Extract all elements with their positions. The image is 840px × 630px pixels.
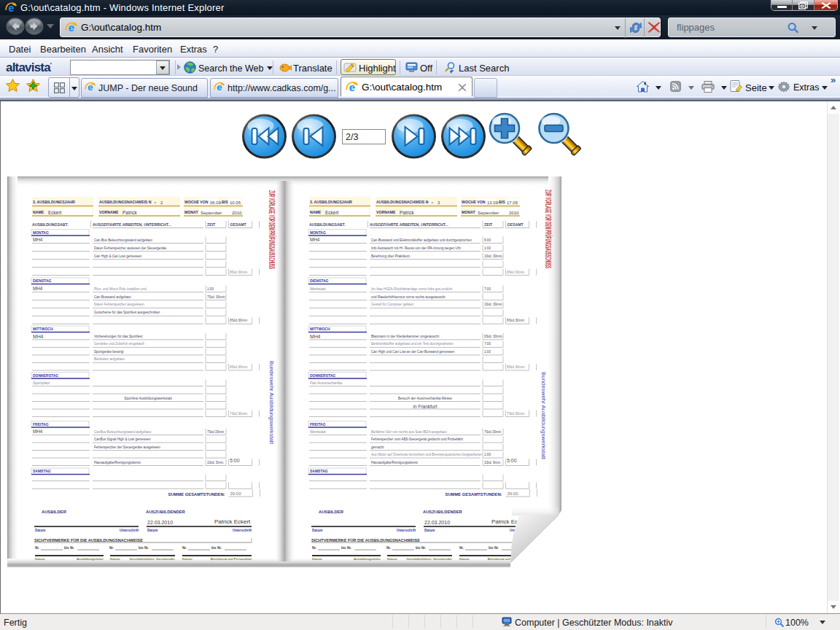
svg-text:Geschäftsführer. Vorsitzender: Geschäftsführer. Vorsitzender: [407, 557, 453, 561]
svg-text:1Std. 5min.: 1Std. 5min.: [207, 461, 224, 464]
svg-text:Daten Fehlerspeicher auslesen: Daten Fehlerspeicher auslesen der Steuer…: [94, 246, 167, 250]
svg-text:Patrick Eckert: Patrick Eckert: [214, 518, 251, 525]
svg-text:AUSGEFÜHRTE ARBEITEN, UNTERRIC: AUSGEFÜHRTE ARBEITEN, UNTERRICHT...: [370, 222, 448, 227]
svg-text:8Std.30min: 8Std.30min: [230, 319, 248, 322]
svg-text:MONAT: MONAT: [184, 210, 198, 214]
svg-text:Datum: Datum: [35, 529, 45, 532]
svg-text:Unterschrift: Unterschrift: [233, 529, 252, 532]
svg-text:Sportplatz: Sportplatz: [33, 381, 50, 385]
svg-text:Gutscheine für das Sportfest a: Gutscheine für das Sportfest ausgeschnit…: [94, 311, 160, 314]
svg-text:10.05: 10.05: [230, 201, 241, 205]
svg-text:Aus Motor auf Ölverluste kontr: Aus Motor auf Ölverluste kontrolliert un…: [371, 452, 482, 456]
svg-text:ZEIT: ZEIT: [207, 222, 216, 227]
svg-text:AUSZUBILDENDER: AUSZUBILDENDER: [423, 510, 463, 514]
svg-text:1:00: 1:00: [484, 453, 491, 456]
svg-text:DONNERSTAG: DONNERSTAG: [310, 373, 335, 378]
svg-text:An-/bau HSZA-Rückfahranlage vo: An-/bau HSZA-Rückfahranlage vorne links …: [371, 287, 453, 291]
svg-text:MH4: MH4: [33, 429, 43, 434]
svg-text:Werkstatt: Werkstatt: [310, 429, 326, 434]
svg-text:3. AUSBILDUNGSJAHR: 3. AUSBILDUNGSJAHR: [310, 200, 352, 204]
svg-text:1Std. 30min: 1Std. 30min: [484, 303, 502, 306]
svg-text:7Std 15min: 7Std 15min: [484, 430, 502, 434]
svg-text:r.: r.: [432, 201, 433, 204]
svg-text:AUSBILDUNGSABT.: AUSBILDUNGSABT.: [32, 222, 69, 227]
svg-text:Getränke und Zubehör eingekauf: Getränke und Zubehör eingekauft: [94, 342, 144, 346]
svg-text:Bierkisten aufgebaut: Bierkisten aufgebaut: [94, 357, 125, 361]
svg-text:Unterschrift: Unterschrift: [120, 529, 139, 532]
svg-text:FREITAG: FREITAG: [310, 422, 326, 427]
svg-text:AUSBILDER: AUSBILDER: [319, 510, 344, 514]
svg-text:AUSBILDUNGSABT.: AUSBILDUNGSABT.: [309, 222, 346, 227]
svg-text:22.03.2010: 22.03.2010: [424, 520, 450, 525]
svg-text:Can High und Can Low an der Ca: Can High und Can Low an der Can-Buswand …: [371, 350, 455, 354]
svg-text:Beifahrer-Sitz von rechts aus: Beifahrer-Sitz von rechts aus Seat IBZA …: [371, 430, 447, 434]
svg-text:2: 2: [160, 201, 163, 205]
svg-text:7Std 30min.: 7Std 30min.: [230, 412, 249, 416]
svg-text:Ausbildungsleiter: Ausbildungsleiter: [77, 557, 104, 561]
svg-text:bis Nr.: bis Nr.: [139, 546, 149, 550]
svg-text:22.03.2010: 22.03.2010: [147, 520, 173, 525]
svg-text:AUSGEFÜHRTE ARBEITEN, UNTERRIC: AUSGEFÜHRTE ARBEITEN, UNTERRICHT...: [93, 222, 171, 227]
svg-text:NAME: NAME: [33, 210, 44, 214]
svg-text:7:00: 7:00: [484, 342, 491, 346]
svg-text:MH4: MH4: [33, 334, 44, 339]
svg-text:Nr.: Nr.: [35, 546, 39, 550]
svg-text:Datum: Datum: [147, 529, 158, 532]
svg-text:Datum: Datum: [312, 557, 322, 561]
svg-text:CanBus Beleuchtungswand aufgeb: CanBus Beleuchtungswand aufgebaut: [94, 430, 152, 434]
svg-text:NAME: NAME: [310, 210, 322, 214]
svg-text:ZUR VORLAGE VOR DEM PRÜFUNGSAU: ZUR VORLAGE VOR DEM PRÜFUNGSAUSSCHUSS: [544, 190, 553, 268]
svg-text:Belehrung über Praktikum: Belehrung über Praktikum: [371, 254, 410, 258]
svg-text:Datum: Datum: [182, 557, 192, 561]
svg-text:Patrick: Patrick: [122, 210, 138, 215]
svg-text:1Std. 5min.: 1Std. 5min.: [484, 461, 501, 464]
svg-text:ZUR VORLAGE VOR DEM PRÜFUNGSAU: ZUR VORLAGE VOR DEM PRÜFUNGSAUSSCHUSS: [268, 190, 276, 269]
svg-text:GESAMT: GESAMT: [508, 222, 524, 227]
svg-text:und Raederhöhlsensor vorne rec: und Raederhöhlsensor vorne rechts ausget…: [371, 295, 446, 299]
svg-text:Geschäftsführer. Vorsitzender: Geschäftsführer. Vorsitzender: [130, 557, 176, 561]
svg-text:13.09: 13.09: [487, 201, 499, 205]
svg-text:5:00: 5:00: [507, 458, 517, 463]
svg-text:Sportgeräte besorgt: Sportgeräte besorgt: [94, 350, 124, 354]
svg-text:Sportfest Ausbildungswerkstatt: Sportfest Ausbildungswerkstatt: [124, 397, 172, 400]
svg-text:SUMME GESAMTSTUNDEN:: SUMME GESAMTSTUNDEN:: [446, 492, 502, 497]
svg-text:Betriebsrat auf Personalrat: Betriebsrat auf Personalrat: [488, 557, 529, 561]
svg-text:Datum: Datum: [387, 557, 397, 561]
svg-text:AUSBILDUNGSNACHWEIS N: AUSBILDUNGSNACHWEIS N: [376, 200, 429, 204]
svg-text:MONTAG: MONTAG: [33, 230, 49, 235]
svg-text:AUSBILDUNGSNACHWEIS N: AUSBILDUNGSNACHWEIS N: [99, 200, 152, 204]
svg-text:Can-Bus Beleuchtungswand aufge: Can-Bus Beleuchtungswand aufgebaut: [94, 238, 152, 242]
svg-text:MITTWOCH: MITTWOCH: [33, 327, 53, 331]
svg-text:September: September: [201, 211, 222, 215]
svg-text:Datum: Datum: [110, 557, 120, 561]
svg-text:AUSZUBILDENDER: AUSZUBILDENDER: [146, 510, 186, 514]
svg-text:Patrick: Patrick: [400, 210, 415, 215]
svg-text:bis Nr.: bis Nr.: [211, 546, 222, 550]
svg-text:DONNERSTAG: DONNERSTAG: [33, 373, 58, 378]
svg-text:6:00: 6:00: [484, 238, 491, 242]
svg-text:8Std 30min.: 8Std 30min.: [230, 271, 249, 274]
svg-text:FREITAG: FREITAG: [33, 422, 49, 427]
svg-text:bis Nr.: bis Nr.: [341, 546, 351, 550]
svg-text:SICHTVERMERKE FÜR DIE AUSBILDU: SICHTVERMERKE FÜR DIE AUSBILDUNGSNACHWEI…: [311, 538, 420, 542]
svg-text:Hausaufgabe/Reinigungsdienst: Hausaufgabe/Reinigungsdienst: [371, 461, 419, 464]
svg-text:8Std 30min.: 8Std 30min.: [507, 365, 526, 369]
svg-text:Bundeswehr Ausbildungswerkstat: Bundeswehr Ausbildungswerkstatt: [540, 372, 547, 460]
svg-text:39:00: 39:00: [508, 491, 519, 496]
svg-text:MH4: MH4: [310, 334, 321, 339]
svg-text:Nr.: Nr.: [109, 546, 114, 550]
svg-text:Fehlerspeicher vom ABS-Steuerg: Fehlerspeicher vom ABS-Steuergerät gelös…: [371, 438, 464, 441]
svg-text:AUSBILDER: AUSBILDER: [42, 510, 67, 514]
svg-text:8Std 30min.: 8Std 30min.: [230, 365, 249, 369]
svg-text:Can-Buswand aufgebaut: Can-Buswand aufgebaut: [94, 295, 131, 299]
svg-text:VORNAME: VORNAME: [376, 210, 396, 214]
svg-text:Hausaufgabe/Reinigungsdienst: Hausaufgabe/Reinigungsdienst: [94, 461, 141, 464]
svg-text:06.09: 06.09: [210, 201, 222, 205]
svg-text:1:00: 1:00: [207, 287, 214, 291]
svg-text:VORNAME: VORNAME: [99, 210, 119, 214]
svg-text:Daten Fehlerspeicher ausgelese: Daten Fehlerspeicher ausgelesen: [94, 303, 144, 306]
svg-text:Vorbereitungen für das Sportfe: Vorbereitungen für das Sportfest:: [94, 335, 143, 338]
svg-text:39:00: 39:00: [230, 491, 242, 496]
svg-text:BIS: BIS: [499, 200, 505, 204]
svg-text:DIENSTAG: DIENSTAG: [310, 279, 329, 283]
